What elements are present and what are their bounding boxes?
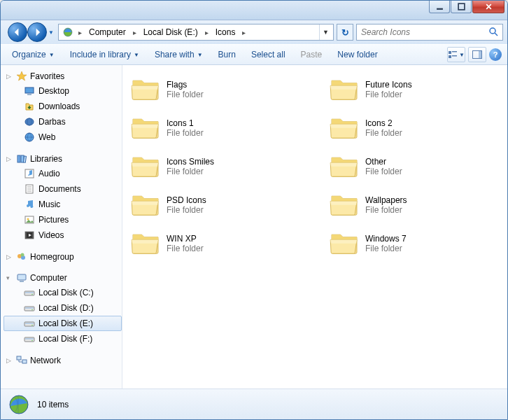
folder-tile[interactable]: WIN XPFile folder <box>127 226 304 260</box>
folder-tile[interactable]: WallpapersFile folder <box>325 188 503 222</box>
folder-type: File folder <box>365 205 407 215</box>
back-button[interactable] <box>8 22 27 42</box>
folder-icon <box>329 76 360 103</box>
folder-name: Icons 1 <box>167 118 204 128</box>
favorites-group[interactable]: ▷ Favorites <box>3 69 122 83</box>
nav-item[interactable]: Local Disk (F:) <box>3 331 122 346</box>
close-button[interactable] <box>472 1 505 13</box>
folder-icon <box>329 230 360 257</box>
folder-tile[interactable]: FlagsFile folder <box>127 72 304 106</box>
folder-tile[interactable]: Future IconsFile folder <box>325 72 503 106</box>
address-bar[interactable]: ▸ Computer ▸ Local Disk (E:) ▸ Icons ▸ ▼ <box>58 24 334 41</box>
nav-item[interactable]: Music <box>3 197 122 212</box>
refresh-button[interactable]: ↻ <box>337 24 353 41</box>
organize-button[interactable]: Organize▼ <box>6 48 60 62</box>
item-icon <box>24 214 35 225</box>
breadcrumb-root-arrow[interactable]: ▸ <box>76 29 85 36</box>
folder-tile[interactable]: Icons 2File folder <box>325 111 503 145</box>
svg-rect-6 <box>449 51 451 54</box>
nav-item[interactable]: Darbas <box>3 114 122 130</box>
help-button[interactable]: ? <box>489 48 502 61</box>
folder-tile[interactable]: PSD IconsFile folder <box>127 188 304 222</box>
folder-type: File folder <box>167 128 204 138</box>
svg-rect-8 <box>449 55 451 58</box>
svg-rect-11 <box>479 51 481 58</box>
search-input[interactable] <box>361 27 488 37</box>
svg-point-46 <box>31 340 33 342</box>
folder-tile[interactable]: OtherFile folder <box>325 149 503 183</box>
svg-rect-28 <box>25 232 27 239</box>
item-label: Audio <box>38 169 60 178</box>
svg-point-37 <box>31 294 33 295</box>
nav-item[interactable]: Videos <box>3 227 122 243</box>
svg-rect-48 <box>22 360 27 363</box>
folder-icon <box>329 114 360 141</box>
breadcrumb-arrow[interactable]: ▸ <box>239 29 248 36</box>
svg-rect-1 <box>458 4 465 10</box>
item-icon <box>24 302 35 314</box>
folder-type: File folder <box>365 167 402 176</box>
network-group[interactable]: ▷ Network <box>3 354 122 368</box>
navigation-pane: ▷ Favorites DesktopDownloadsDarbasWeb ▷ … <box>1 65 122 388</box>
homegroup-group[interactable]: ▷ Homegroup <box>3 250 122 264</box>
breadcrumb-segment[interactable]: Computer <box>85 24 130 40</box>
nav-item[interactable]: Downloads <box>3 99 122 114</box>
folder-icon <box>130 114 161 141</box>
nav-item[interactable]: Local Disk (E:) <box>3 316 122 331</box>
svg-rect-0 <box>437 8 443 10</box>
folder-name: Flags <box>167 80 204 90</box>
nav-item[interactable]: Documents <box>3 181 122 197</box>
folder-type: File folder <box>167 205 206 215</box>
breadcrumb-arrow[interactable]: ▸ <box>202 29 211 36</box>
breadcrumb-segment[interactable]: Icons <box>211 24 240 40</box>
nav-item[interactable]: Desktop <box>3 83 122 99</box>
folder-icon <box>329 191 360 218</box>
address-history-dropdown[interactable]: ▼ <box>319 24 332 40</box>
svg-rect-19 <box>23 156 26 162</box>
svg-rect-29 <box>32 232 34 239</box>
network-label: Network <box>30 356 61 365</box>
burn-button[interactable]: Burn <box>213 48 241 62</box>
minimize-button[interactable] <box>429 1 450 13</box>
forward-button[interactable] <box>27 22 47 42</box>
folder-name: PSD Icons <box>167 195 206 205</box>
search-box[interactable] <box>356 24 503 41</box>
preview-pane-button[interactable] <box>468 47 486 62</box>
nav-item[interactable]: Local Disk (D:) <box>3 300 122 316</box>
nav-history-dropdown[interactable]: ▼ <box>47 22 55 42</box>
item-label: Local Disk (F:) <box>38 334 92 344</box>
svg-point-14 <box>25 118 34 125</box>
status-text: 10 items <box>37 400 69 410</box>
computer-group[interactable]: ▾ Computer <box>3 271 122 285</box>
breadcrumb-arrow[interactable]: ▸ <box>130 29 139 36</box>
select-all-button[interactable]: Select all <box>246 48 291 62</box>
svg-point-32 <box>21 253 24 257</box>
computer-icon <box>16 272 27 284</box>
search-icon[interactable] <box>488 27 498 38</box>
svg-rect-12 <box>25 88 34 93</box>
share-with-button[interactable]: Share with▼ <box>149 48 209 62</box>
include-in-library-button[interactable]: Include in library▼ <box>64 48 145 62</box>
folder-tile[interactable]: Icons 1File folder <box>127 111 304 145</box>
nav-item[interactable]: Audio <box>3 166 122 181</box>
paste-button: Paste <box>295 48 328 62</box>
nav-item[interactable]: Pictures <box>3 212 122 227</box>
libraries-group[interactable]: ▷ Libraries <box>3 152 122 166</box>
nav-item[interactable]: Web <box>3 130 122 145</box>
folder-name: Future Icons <box>365 80 412 90</box>
items-view[interactable]: FlagsFile folderFuture IconsFile folderI… <box>122 65 507 388</box>
folder-icon <box>130 153 161 180</box>
breadcrumb-segment[interactable]: Local Disk (E:) <box>139 24 202 40</box>
folder-icon <box>130 76 161 103</box>
maximize-button[interactable] <box>451 1 472 13</box>
nav-item[interactable]: Local Disk (C:) <box>3 285 122 300</box>
svg-rect-47 <box>17 356 21 360</box>
item-icon <box>24 199 35 210</box>
folder-tile[interactable]: Windows 7File folder <box>325 226 503 260</box>
new-folder-button[interactable]: New folder <box>332 48 383 62</box>
folder-tile[interactable]: Icons SmilesFile folder <box>127 149 304 183</box>
svg-rect-9 <box>452 55 457 57</box>
item-icon <box>24 116 35 127</box>
libraries-icon <box>16 153 27 164</box>
view-options-button[interactable]: ▼ <box>447 47 465 62</box>
